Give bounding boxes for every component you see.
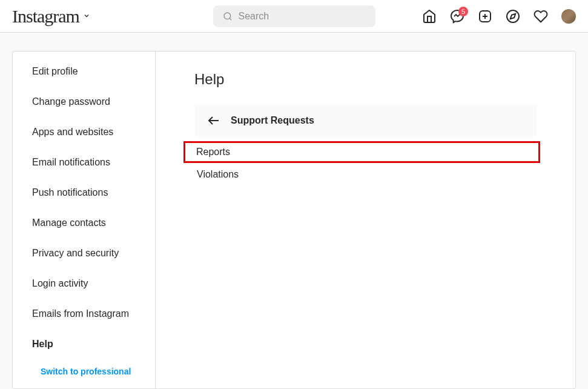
instagram-logo: Instagram	[12, 6, 79, 27]
support-requests-title: Support Requests	[231, 115, 314, 126]
sidebar-item-privacy-security[interactable]: Privacy and security	[13, 238, 155, 268]
back-arrow-icon[interactable]	[206, 113, 221, 128]
sidebar-item-change-password[interactable]: Change password	[13, 87, 155, 117]
content-wrap: Edit profile Change password Apps and we…	[0, 33, 588, 389]
search-icon	[223, 12, 233, 21]
main-content: Help Support Requests Reports Violations	[156, 52, 575, 388]
option-violations[interactable]: Violations	[194, 164, 537, 185]
top-nav: Instagram 5	[0, 0, 588, 33]
nav-icons: 5	[422, 9, 576, 24]
sidebar-item-login-activity[interactable]: Login activity	[13, 268, 155, 299]
switch-professional-link[interactable]: Switch to professional	[13, 359, 155, 384]
settings-sidebar: Edit profile Change password Apps and we…	[13, 52, 156, 388]
page-title: Help	[194, 71, 537, 88]
sidebar-item-emails-instagram[interactable]: Emails from Instagram	[13, 299, 155, 329]
svg-marker-6	[510, 13, 515, 18]
svg-line-1	[230, 18, 231, 20]
svg-point-0	[224, 13, 231, 19]
sidebar-item-push-notifications[interactable]: Push notifications	[13, 178, 155, 208]
sidebar-item-email-notifications[interactable]: Email notifications	[13, 147, 155, 178]
search-input[interactable]	[239, 11, 366, 22]
highlight-box: Reports	[183, 141, 540, 163]
sidebar-item-manage-contacts[interactable]: Manage contacts	[13, 208, 155, 238]
chevron-down-icon	[83, 11, 90, 22]
search-box[interactable]	[213, 5, 375, 27]
settings-panel: Edit profile Change password Apps and we…	[12, 51, 576, 389]
messenger-badge: 5	[458, 7, 468, 16]
messenger-icon[interactable]: 5	[450, 9, 464, 24]
sidebar-item-help[interactable]: Help	[13, 329, 155, 359]
new-post-icon[interactable]	[478, 9, 492, 24]
sidebar-item-apps-websites[interactable]: Apps and websites	[13, 117, 155, 147]
explore-icon[interactable]	[506, 9, 520, 24]
logo-wrap[interactable]: Instagram	[12, 6, 90, 27]
home-icon[interactable]	[422, 9, 437, 24]
activity-icon[interactable]	[533, 9, 548, 24]
avatar[interactable]	[561, 9, 576, 24]
svg-point-5	[507, 10, 519, 22]
support-requests-header: Support Requests	[194, 105, 537, 136]
sidebar-item-edit-profile[interactable]: Edit profile	[13, 52, 155, 87]
option-reports[interactable]: Reports	[196, 147, 536, 158]
